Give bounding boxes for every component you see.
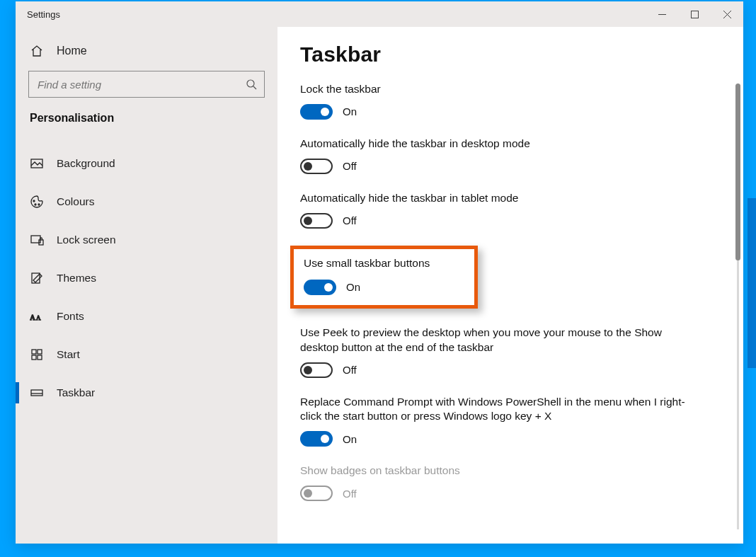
toggle-state-label: Off — [343, 160, 357, 172]
setting-row: Show badges on taskbar buttonsOff — [300, 464, 697, 501]
sidebar-item-label: Themes — [57, 272, 96, 285]
setting-label: Use small taskbar buttons — [304, 256, 464, 271]
sidebar: Home Personalisation — [16, 27, 277, 544]
toggle-switch[interactable] — [300, 159, 333, 174]
setting-row: Use small taskbar buttonsOn — [304, 256, 464, 295]
svg-rect-15 — [32, 350, 36, 354]
setting-row: Automatically hide the taskbar in deskto… — [300, 137, 697, 174]
main-content: Taskbar Lock the taskbarOnAutomatically … — [277, 27, 743, 544]
svg-rect-16 — [38, 350, 42, 354]
svg-rect-1 — [691, 11, 698, 18]
sidebar-item-label: Start — [57, 348, 80, 361]
minimize-button[interactable] — [646, 1, 678, 27]
fonts-icon: AA — [30, 309, 44, 323]
close-button[interactable] — [711, 1, 743, 27]
toggle-switch[interactable] — [304, 280, 336, 295]
setting-label: Replace Command Prompt with Windows Powe… — [300, 395, 697, 425]
toggle-state-label: On — [343, 105, 357, 117]
background-icon — [30, 156, 44, 171]
sidebar-item-fonts[interactable]: AA Fonts — [16, 297, 277, 335]
sidebar-item-colours[interactable]: Colours — [16, 183, 277, 221]
search-box[interactable] — [28, 71, 265, 98]
toggle-state-label: Off — [343, 488, 357, 500]
search-input[interactable] — [29, 79, 239, 91]
toggle-knob — [304, 217, 312, 225]
maximize-button[interactable] — [678, 1, 711, 27]
svg-point-9 — [38, 204, 40, 205]
sidebar-item-label: Fonts — [57, 310, 84, 323]
setting-label: Automatically hide the taskbar in deskto… — [300, 137, 697, 151]
svg-rect-18 — [38, 355, 42, 360]
toggle-switch[interactable] — [300, 213, 333, 229]
toggle-row: On — [300, 104, 697, 120]
toggle-switch[interactable] — [300, 104, 333, 120]
sidebar-item-label: Taskbar — [57, 386, 95, 399]
setting-row: Lock the taskbarOn — [300, 82, 697, 120]
toggle-state-label: Off — [343, 364, 357, 376]
sidebar-item-themes[interactable]: Themes — [16, 259, 277, 297]
sidebar-item-label: Background — [57, 157, 115, 170]
desktop-background-edge — [748, 198, 756, 368]
svg-rect-17 — [32, 355, 36, 360]
svg-line-5 — [253, 86, 256, 89]
svg-point-7 — [33, 200, 35, 202]
toggle-row: On — [300, 431, 697, 447]
toggle-switch[interactable] — [300, 362, 333, 378]
toggle-row: On — [304, 280, 464, 295]
settings-window: Settings Home — [16, 1, 743, 544]
sidebar-item-label: Colours — [57, 195, 94, 208]
setting-row: Automatically hide the taskbar in tablet… — [300, 191, 697, 229]
setting-label: Use Peek to preview the desktop when you… — [300, 326, 697, 355]
toggle-knob — [321, 435, 329, 443]
titlebar: Settings — [16, 1, 743, 27]
toggle-knob — [321, 108, 329, 116]
home-label: Home — [57, 45, 87, 57]
svg-point-8 — [35, 204, 36, 205]
window-title: Settings — [16, 9, 60, 20]
setting-label: Show badges on taskbar buttons — [300, 464, 697, 478]
toggle-row: Off — [300, 486, 697, 501]
lockscreen-icon — [30, 233, 44, 247]
toggle-row: Off — [300, 159, 697, 174]
start-icon — [30, 348, 44, 362]
sidebar-item-taskbar[interactable]: Taskbar — [16, 374, 277, 412]
page-title: Taskbar — [300, 42, 723, 67]
toggle-knob — [304, 162, 312, 171]
colours-icon — [30, 195, 44, 209]
toggle-row: Off — [300, 213, 697, 229]
toggle-state-label: On — [346, 281, 360, 293]
toggle-knob — [324, 283, 333, 292]
setting-row: Use Peek to preview the desktop when you… — [300, 326, 697, 378]
toggle-state-label: On — [343, 433, 357, 445]
svg-text:A: A — [36, 314, 41, 321]
scrollbar-thumb[interactable] — [735, 84, 740, 260]
taskbar-icon — [30, 386, 44, 400]
svg-point-4 — [247, 80, 254, 87]
home-icon — [30, 44, 44, 58]
search-icon — [239, 79, 264, 90]
toggle-switch — [300, 486, 333, 501]
setting-label: Lock the taskbar — [300, 82, 697, 97]
sidebar-item-lockscreen[interactable]: Lock screen — [16, 221, 277, 259]
svg-rect-19 — [31, 390, 42, 396]
home-nav[interactable]: Home — [16, 37, 277, 65]
setting-row: Replace Command Prompt with Windows Powe… — [300, 395, 697, 447]
setting-label: Automatically hide the taskbar in tablet… — [300, 191, 697, 206]
toggle-knob — [304, 489, 312, 498]
toggle-row: Off — [300, 362, 697, 378]
toggle-switch[interactable] — [300, 431, 333, 447]
toggle-knob — [304, 366, 312, 374]
nav-list: Background Colours Lock screen — [16, 144, 277, 412]
sidebar-item-label: Lock screen — [57, 234, 116, 246]
sidebar-item-start[interactable]: Start — [16, 335, 277, 374]
themes-icon — [30, 271, 44, 285]
category-heading: Personalisation — [16, 102, 277, 130]
highlight-box: Use small taskbar buttonsOn — [290, 246, 478, 309]
sidebar-item-background[interactable]: Background — [16, 144, 277, 183]
toggle-state-label: Off — [343, 214, 357, 226]
svg-text:A: A — [30, 313, 35, 321]
